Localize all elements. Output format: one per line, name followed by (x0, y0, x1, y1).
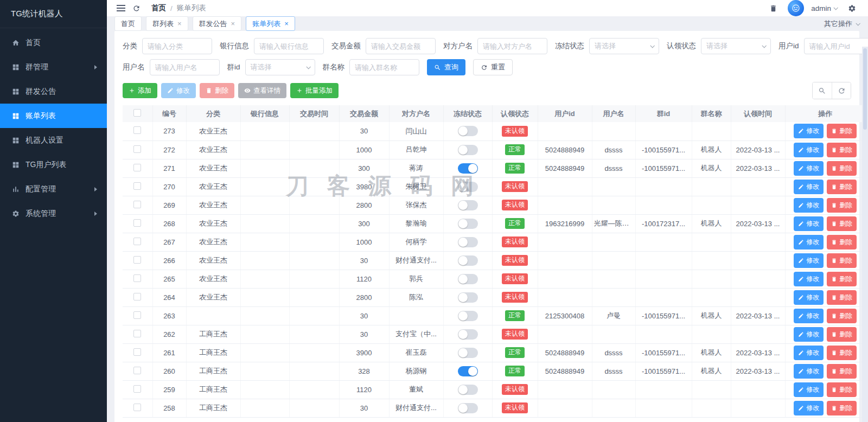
view-detail-button[interactable]: 查看详情 (238, 83, 286, 98)
scrollbar-thumb[interactable] (863, 48, 867, 130)
delete-row-button[interactable]: 删除 (827, 180, 857, 194)
frozen-toggle[interactable] (458, 219, 478, 229)
row-checkbox[interactable] (133, 182, 141, 190)
sidebar-item-1[interactable]: 群管理 (0, 55, 107, 79)
delete-row-button[interactable]: 删除 (827, 327, 857, 342)
row-checkbox[interactable] (133, 126, 141, 134)
row-checkbox[interactable] (133, 274, 141, 282)
breadcrumb-home[interactable]: 首页 (151, 3, 166, 13)
delete-row-button[interactable]: 删除 (827, 401, 857, 415)
edit-row-button[interactable]: 修改 (794, 401, 824, 415)
delete-row-button[interactable]: 删除 (827, 161, 857, 176)
frozen-toggle[interactable] (458, 182, 478, 192)
row-checkbox[interactable] (133, 385, 141, 393)
settings-gear-icon[interactable] (844, 1, 859, 16)
edit-row-button[interactable]: 修改 (794, 253, 824, 268)
table-search-button[interactable] (813, 82, 832, 99)
edit-row-button[interactable]: 修改 (794, 180, 824, 194)
trash-icon[interactable] (765, 1, 781, 16)
add-button[interactable]: 添加 (123, 83, 157, 98)
edit-row-button[interactable]: 修改 (794, 309, 824, 323)
tab-0[interactable]: 首页 (114, 16, 142, 31)
close-tab-icon[interactable]: × (177, 20, 182, 27)
delete-row-button[interactable]: 删除 (827, 216, 857, 231)
frozen-toggle[interactable] (458, 329, 478, 340)
sidebar-item-6[interactable]: 配置管理 (0, 177, 107, 201)
row-checkbox[interactable] (133, 145, 141, 153)
select-all-checkbox[interactable] (133, 109, 141, 117)
sidebar-item-7[interactable]: 系统管理 (0, 201, 107, 226)
batch-add-button[interactable]: 批量添加 (290, 83, 339, 98)
delete-row-button[interactable]: 删除 (827, 290, 857, 305)
delete-row-button[interactable]: 删除 (827, 346, 857, 360)
filter-select[interactable]: 请选择 (701, 38, 771, 54)
filter-input[interactable] (366, 38, 436, 54)
frozen-toggle[interactable] (458, 403, 478, 413)
frozen-toggle[interactable] (458, 163, 478, 174)
delete-row-button[interactable]: 删除 (827, 124, 857, 138)
delete-row-button[interactable]: 删除 (827, 198, 857, 213)
delete-row-button[interactable]: 删除 (827, 235, 857, 250)
frozen-toggle[interactable] (458, 348, 478, 358)
edit-row-button[interactable]: 修改 (794, 327, 824, 342)
sidebar-item-4[interactable]: 机器人设置 (0, 128, 107, 152)
row-checkbox[interactable] (133, 238, 141, 245)
delete-row-button[interactable]: 删除 (827, 272, 857, 286)
frozen-toggle[interactable] (458, 385, 478, 395)
delete-row-button[interactable]: 删除 (827, 143, 857, 157)
frozen-toggle[interactable] (458, 126, 478, 136)
frozen-toggle[interactable] (458, 255, 478, 266)
frozen-toggle[interactable] (458, 145, 478, 155)
edit-row-button[interactable]: 修改 (794, 382, 824, 397)
tab-3[interactable]: 账单列表× (246, 16, 295, 31)
edit-row-button[interactable]: 修改 (794, 364, 824, 379)
more-actions-dropdown[interactable]: 其它操作 (824, 19, 859, 29)
filter-select[interactable]: 请选择 (245, 59, 315, 75)
table-refresh-button[interactable] (832, 82, 851, 99)
delete-row-button[interactable]: 删除 (827, 364, 857, 379)
close-tab-icon[interactable]: × (284, 20, 289, 27)
edit-row-button[interactable]: 修改 (794, 235, 824, 250)
delete-row-button[interactable]: 删除 (827, 309, 857, 323)
sidebar-item-2[interactable]: 群发公告 (0, 79, 107, 104)
row-checkbox[interactable] (133, 367, 141, 374)
filter-input[interactable] (349, 59, 419, 75)
close-tab-icon[interactable]: × (231, 20, 235, 27)
edit-row-button[interactable]: 修改 (794, 161, 824, 176)
delete-row-button[interactable]: 删除 (827, 382, 857, 397)
tab-1[interactable]: 群列表× (146, 16, 188, 31)
filter-input[interactable] (254, 38, 324, 54)
edit-row-button[interactable]: 修改 (794, 124, 824, 138)
avatar[interactable] (788, 0, 804, 16)
row-checkbox[interactable] (133, 404, 141, 411)
search-button[interactable]: 查询 (427, 59, 465, 75)
edit-row-button[interactable]: 修改 (794, 143, 824, 157)
collapse-menu-icon[interactable] (113, 1, 129, 16)
delete-row-button[interactable]: 删除 (827, 253, 857, 268)
edit-row-button[interactable]: 修改 (794, 346, 824, 360)
edit-row-button[interactable]: 修改 (794, 290, 824, 305)
row-checkbox[interactable] (133, 219, 141, 227)
filter-input[interactable] (142, 38, 212, 54)
user-menu[interactable]: admin (811, 4, 837, 12)
edit-button[interactable]: 修改 (161, 83, 196, 98)
filter-input[interactable] (804, 38, 868, 54)
delete-button[interactable]: 删除 (200, 83, 234, 98)
edit-row-button[interactable]: 修改 (794, 272, 824, 286)
row-checkbox[interactable] (133, 311, 141, 319)
sidebar-item-5[interactable]: TG用户列表 (0, 152, 107, 177)
frozen-toggle[interactable] (458, 274, 478, 284)
row-checkbox[interactable] (133, 348, 141, 356)
row-checkbox[interactable] (133, 293, 141, 300)
sidebar-item-0[interactable]: 首页 (0, 30, 107, 55)
filter-select[interactable]: 请选择 (589, 38, 659, 54)
filter-input[interactable] (477, 38, 547, 54)
scrollbar[interactable] (862, 47, 868, 422)
row-checkbox[interactable] (133, 164, 141, 171)
row-checkbox[interactable] (133, 330, 141, 337)
filter-input[interactable] (150, 59, 220, 75)
edit-row-button[interactable]: 修改 (794, 198, 824, 213)
frozen-toggle[interactable] (458, 366, 478, 376)
tab-2[interactable]: 群发公告× (193, 16, 242, 31)
edit-row-button[interactable]: 修改 (794, 216, 824, 231)
